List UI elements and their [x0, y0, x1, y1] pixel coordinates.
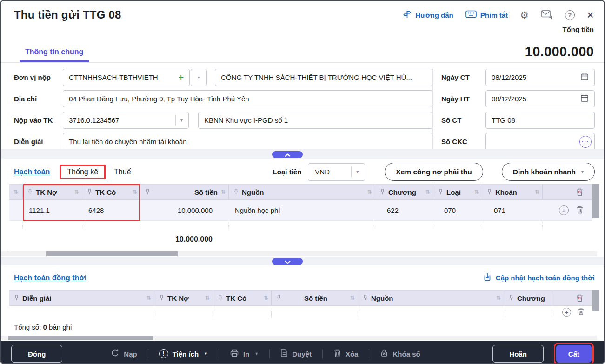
- sort-icon[interactable]: ⇅: [496, 295, 501, 301]
- grid-horizontal-scrollbar[interactable]: [1, 336, 604, 340]
- scrollbar-thumb[interactable]: [8, 336, 153, 340]
- print-button[interactable]: In ▼: [230, 349, 259, 359]
- pin-icon[interactable]: [14, 294, 19, 302]
- pin-icon[interactable]: [218, 294, 223, 302]
- currency-select[interactable]: VND ▾: [308, 163, 365, 181]
- add-row-icon[interactable]: +: [559, 205, 569, 215]
- deposit-account-select[interactable]: 3716.0.1234567 ▾: [63, 112, 189, 129]
- sort-icon[interactable]: ⇅: [535, 189, 539, 195]
- row-selector-column[interactable]: ⇅: [9, 185, 23, 199]
- delete-all-icon[interactable]: ✕: [576, 294, 584, 302]
- shortcut-link[interactable]: Phím tắt: [465, 10, 508, 20]
- cell-khoan[interactable]: 071: [482, 200, 543, 220]
- sort-icon[interactable]: ⇅: [350, 295, 355, 301]
- column-header-tk-co[interactable]: TK Có ⇅: [82, 185, 140, 199]
- grid-header-row: Diễn giải ⇅ TK Nợ ⇅ TK Có ⇅ Số tiền ⇅ Ng…: [9, 290, 592, 306]
- scrollbar-thumb[interactable]: [46, 251, 178, 256]
- column-header-tk-co[interactable]: TK Có ⇅: [213, 291, 272, 305]
- save-button[interactable]: Cất: [556, 345, 592, 363]
- cell-tk-no[interactable]: 1121.1: [23, 200, 82, 220]
- view-receivables-button[interactable]: Xem công nợ phải thu: [385, 163, 483, 181]
- pin-icon[interactable]: [363, 294, 368, 302]
- description-input[interactable]: Thu lại tiền do chuyển nhầm tài khoản: [63, 133, 432, 150]
- sort-icon[interactable]: ⇅: [221, 189, 226, 195]
- payer-code-input[interactable]: CTTNHHSACH-TBTHVIETH +: [63, 69, 190, 86]
- column-header-khoan[interactable]: Khoản ⇅: [482, 185, 543, 199]
- pin-icon[interactable]: [87, 188, 92, 196]
- pin-icon[interactable]: [509, 294, 514, 302]
- guide-link[interactable]: Hướng dẫn: [403, 10, 453, 20]
- simultaneous-title-link[interactable]: Hạch toán đồng thời: [14, 274, 86, 282]
- ellipsis-icon[interactable]: ···: [579, 136, 592, 148]
- bank-name-input[interactable]: KBNN Khu vực I-PGD số 1: [198, 112, 432, 129]
- grid-vertical-scrollbar[interactable]: [592, 290, 599, 311]
- sort-icon[interactable]: ⇅: [74, 189, 79, 195]
- approve-button[interactable]: Duyệt: [280, 349, 312, 359]
- address-input[interactable]: 04 Phan Đăng Lưu, Phường 9, Tp Tuy Hòa- …: [63, 90, 432, 107]
- quick-entry-button[interactable]: Định khoản nhanh ▾: [502, 163, 595, 181]
- tab-thong-tin-chung[interactable]: Thông tin chung: [20, 48, 89, 62]
- doc-date-input[interactable]: 08/12/2025: [485, 69, 595, 86]
- column-header-dien-giai[interactable]: Diễn giải ⇅: [9, 291, 154, 305]
- cell-tk-co[interactable]: 6428: [82, 200, 140, 220]
- sort-icon[interactable]: ⇅: [425, 189, 430, 195]
- add-payer-icon[interactable]: +: [178, 73, 184, 82]
- delete-row-icon[interactable]: [578, 308, 585, 317]
- close-icon[interactable]: ×: [587, 10, 594, 20]
- close-button[interactable]: Đóng: [11, 345, 62, 363]
- delete-button[interactable]: Xóa: [333, 349, 359, 359]
- pin-icon[interactable]: [380, 188, 385, 196]
- pin-icon[interactable]: [145, 188, 150, 196]
- payer-dropdown-button[interactable]: ▾: [191, 69, 207, 86]
- column-header-tk-no[interactable]: TK Nợ ⇅: [154, 291, 213, 305]
- tab-thue[interactable]: Thuế: [114, 168, 131, 176]
- sort-icon[interactable]: ⇅: [264, 295, 268, 301]
- postpone-button[interactable]: Hoãn: [492, 345, 544, 363]
- pin-icon[interactable]: [276, 294, 281, 302]
- tab-thong-ke[interactable]: Thống kê: [60, 165, 106, 179]
- payer-name-input[interactable]: CÔNG TY TNHH SÁCH-THIẾT BỊ TRƯỜNG HỌC VI…: [215, 69, 432, 86]
- pin-icon[interactable]: [233, 188, 239, 196]
- tab-hach-toan[interactable]: Hạch toán: [14, 168, 50, 176]
- column-header-chuong[interactable]: Chương ⇅: [375, 185, 433, 199]
- column-header-so-tien[interactable]: Số tiền ⇅: [140, 185, 229, 199]
- grid-vertical-scrollbar[interactable]: [592, 184, 599, 218]
- sort-icon[interactable]: ⇅: [146, 295, 151, 301]
- calendar-icon[interactable]: [580, 94, 589, 104]
- utilities-button[interactable]: ! Tiện ích ▼: [159, 349, 208, 358]
- column-header-loai[interactable]: Loại ⇅: [433, 185, 482, 199]
- sort-icon[interactable]: ⇅: [205, 295, 210, 301]
- mail-icon[interactable]: [541, 9, 553, 21]
- column-header-chuong[interactable]: Chương: [504, 291, 552, 305]
- lock-button[interactable]: Khóa sổ: [380, 349, 420, 359]
- posting-date-input[interactable]: 08/12/2025: [485, 90, 595, 107]
- pin-icon[interactable]: [487, 188, 492, 196]
- column-header-nguon[interactable]: Nguồn ⇅: [358, 291, 504, 305]
- reload-button[interactable]: Nạp: [111, 349, 137, 359]
- cell-nguon[interactable]: Nguồn học phí: [229, 200, 375, 220]
- sort-icon[interactable]: ⇅: [367, 189, 372, 195]
- add-row-icon[interactable]: +: [562, 308, 571, 317]
- update-simultaneous-link[interactable]: Cập nhật hạch toán đồng thời: [483, 272, 595, 283]
- sort-icon[interactable]: ⇅: [133, 189, 137, 195]
- cell-loai[interactable]: 070: [433, 200, 482, 220]
- pin-icon[interactable]: [159, 294, 164, 302]
- gear-icon[interactable]: ⚙: [520, 10, 529, 20]
- grid-horizontal-scrollbar[interactable]: [1, 251, 604, 256]
- doc-no-input[interactable]: TTG 08: [485, 112, 595, 129]
- column-header-so-tien[interactable]: Số tiền ⇅: [272, 291, 358, 305]
- sort-icon[interactable]: ⇅: [474, 189, 479, 195]
- expand-detail-button[interactable]: [272, 258, 303, 265]
- column-header-tk-no[interactable]: TK Nợ ⇅: [23, 185, 82, 199]
- ckc-no-input[interactable]: ···: [485, 133, 595, 150]
- column-header-nguon[interactable]: Nguồn ⇅: [229, 185, 375, 199]
- delete-all-icon[interactable]: ✕: [576, 188, 584, 196]
- pin-icon[interactable]: [438, 188, 443, 196]
- help-icon[interactable]: ?: [565, 10, 575, 20]
- cell-chuong[interactable]: 622: [375, 200, 433, 220]
- delete-row-icon[interactable]: [576, 205, 584, 215]
- collapse-header-button[interactable]: [272, 151, 303, 158]
- pin-icon[interactable]: [27, 188, 33, 196]
- cell-so-tien[interactable]: 10.000.000: [140, 200, 229, 220]
- calendar-icon[interactable]: [580, 73, 589, 82]
